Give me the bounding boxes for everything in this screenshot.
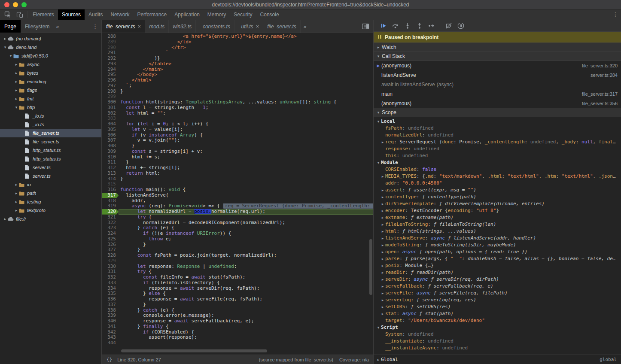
scope-variable-fileLenToString[interactable]: fileLenToString: ƒ fileLenToString(len): [374, 221, 621, 228]
call-stack-frame[interactable]: listenAndServeserver.ts:284: [374, 70, 621, 80]
line-number[interactable]: 317: [102, 193, 119, 198]
horizontal-scrollbar-thumb[interactable]: [121, 349, 267, 352]
tab-security[interactable]: Security: [230, 9, 256, 20]
line-number[interactable]: 344: [102, 340, 119, 346]
navigator-tab-filesystem[interactable]: Filesystem: [21, 20, 54, 33]
tree-item-path[interactable]: path: [0, 189, 101, 197]
line-number[interactable]: 312: [102, 165, 119, 171]
editor-tab-file_server.ts[interactable]: file_server.ts: [263, 20, 301, 33]
scope-section-script[interactable]: Script: [374, 324, 621, 331]
tab-elements[interactable]: Elements: [29, 9, 58, 20]
watch-section-header[interactable]: Watch: [374, 42, 621, 52]
step-out-icon[interactable]: [416, 22, 423, 30]
navigator-tab-page[interactable]: Page: [0, 20, 21, 33]
code-editor[interactable]: 288 <a href="${entry.url}">${entry.name}…: [102, 33, 373, 355]
scope-variable-req[interactable]: req: ServerRequest {done: Promise, _cont…: [374, 139, 621, 146]
line-number[interactable]: 304: [102, 121, 119, 127]
line-number[interactable]: 332: [102, 275, 119, 280]
zoom-window-button[interactable]: [21, 2, 27, 7]
scope-variable-setCORS[interactable]: setCORS: ƒ setCORS(res): [374, 303, 621, 310]
expand-arrow[interactable]: [380, 139, 385, 146]
expand-arrow[interactable]: [380, 235, 385, 242]
editor-tab-_constants.ts[interactable]: _constants.ts: [196, 20, 234, 33]
line-number[interactable]: 309: [102, 149, 119, 155]
scope-variable-serveDir[interactable]: serveDir: async ƒ serveDir(req, dirPath): [374, 276, 621, 283]
line-number[interactable]: 333: [102, 280, 119, 286]
editor-tab-_util.ts[interactable]: _util.ts×: [234, 20, 263, 33]
line-number[interactable]: 336: [102, 297, 119, 302]
expand-arrow[interactable]: [14, 62, 19, 67]
tree-item-bytes[interactable]: bytes: [0, 69, 101, 77]
expand-arrow[interactable]: [380, 290, 385, 297]
call-stack-section-header[interactable]: Call Stack: [374, 52, 621, 61]
tree-item-_io.ts[interactable]: _io.ts: [0, 120, 101, 129]
expand-arrow[interactable]: [14, 105, 19, 109]
line-number[interactable]: 316: [102, 187, 119, 193]
expand-arrow[interactable]: [14, 208, 19, 212]
expand-arrow[interactable]: [14, 79, 19, 84]
scope-variable-dirViewerTemplate[interactable]: dirViewerTemplate: ƒ dirViewerTemplate(d…: [374, 200, 621, 207]
editor-tab-win32.ts[interactable]: win32.ts: [169, 20, 196, 33]
tree-item-_io.ts[interactable]: _io.ts: [0, 112, 101, 120]
tree-item-std@v0.50.0[interactable]: std@v0.50.0: [0, 52, 101, 60]
expand-arrow[interactable]: [14, 88, 19, 92]
line-number[interactable]: 328: [102, 253, 119, 258]
scope-variable-MEDIA_TYPES[interactable]: MEDIA_TYPES: {.md: "text/markdown", .htm…: [374, 173, 621, 180]
tree-item-async[interactable]: async: [0, 60, 101, 69]
step-into-icon[interactable]: [404, 22, 411, 30]
scope-variable-assert[interactable]: assert: ƒ assert(expr, msg = ""): [374, 187, 621, 194]
expand-arrow[interactable]: [380, 283, 385, 290]
tab-network[interactable]: Network: [107, 9, 133, 20]
expand-arrow[interactable]: [380, 221, 385, 228]
scope-variable-html[interactable]: html: ƒ html(strings, ...values): [374, 228, 621, 235]
expand-arrow[interactable]: [380, 297, 385, 303]
editor-tab-mod.ts[interactable]: mod.ts: [145, 20, 169, 33]
frame-location[interactable]: file_server.ts:317: [582, 91, 618, 97]
expand-arrow[interactable]: [380, 249, 385, 255]
line-number[interactable]: 320: [102, 209, 119, 215]
scope-section-module[interactable]: Module: [374, 159, 621, 166]
tree-item-textproto[interactable]: textproto: [0, 206, 101, 215]
scope-variable-modeToString[interactable]: modeToString: ƒ modeToString(isDir, mayb…: [374, 242, 621, 249]
expand-arrow[interactable]: [3, 36, 8, 41]
tree-item-http_status.ts[interactable]: http_status.ts: [0, 155, 101, 163]
scope-variable-encoder[interactable]: encoder: TextEncoder {encoding: "utf-8"}: [374, 207, 621, 214]
expand-arrow[interactable]: [380, 228, 385, 235]
tab-memory[interactable]: Memory: [204, 9, 230, 20]
line-number[interactable]: 300: [102, 100, 119, 105]
expand-arrow[interactable]: [14, 200, 19, 204]
expand-arrow[interactable]: [380, 207, 385, 214]
expand-arrow[interactable]: [380, 255, 385, 262]
frame-location[interactable]: server.ts:284: [591, 73, 618, 78]
line-number[interactable]: 324: [102, 231, 119, 237]
scope-section-header[interactable]: Scope: [374, 108, 621, 117]
expand-arrow[interactable]: [380, 173, 385, 180]
scope-variable-extname[interactable]: extname: ƒ extname(path): [374, 214, 621, 221]
line-number[interactable]: 305: [102, 127, 119, 133]
line-number[interactable]: 329: [102, 258, 119, 264]
tab-performance[interactable]: Performance: [133, 9, 170, 20]
tab-application[interactable]: Application: [170, 9, 204, 20]
line-number[interactable]: 292: [102, 56, 119, 61]
expand-arrow[interactable]: [3, 217, 8, 221]
line-number[interactable]: 308: [102, 143, 119, 149]
tree-item-http_status.ts[interactable]: http_status.ts: [0, 146, 101, 155]
expand-arrow[interactable]: [14, 191, 19, 195]
editor-tab-file_server.ts[interactable]: file_server.ts×: [102, 20, 145, 33]
scope-variable-serverLog[interactable]: serverLog: ƒ serverLog(req, res): [374, 297, 621, 303]
expand-arrow[interactable]: [3, 45, 8, 49]
tree-item-file_server.ts[interactable]: file_server.ts: [0, 137, 101, 146]
expand-arrow[interactable]: [380, 303, 385, 310]
scope-variable-contentType[interactable]: contentType: ƒ contentType(path): [374, 194, 621, 200]
tree-item-io[interactable]: io: [0, 180, 101, 189]
step-icon[interactable]: [428, 22, 435, 30]
line-number[interactable]: 319: [102, 203, 119, 209]
close-tab-icon[interactable]: ×: [138, 24, 141, 29]
editor-tab-overflow-icon[interactable]: »: [301, 20, 310, 33]
device-toolbar-icon[interactable]: [14, 9, 26, 20]
tree-item-testing[interactable]: testing: [0, 197, 101, 206]
source-mapped-link[interactable]: file_server.ts: [305, 357, 332, 362]
line-number[interactable]: 289: [102, 39, 119, 45]
expand-arrow[interactable]: [380, 276, 385, 283]
navigator-more-icon[interactable]: ⋮: [89, 20, 101, 33]
